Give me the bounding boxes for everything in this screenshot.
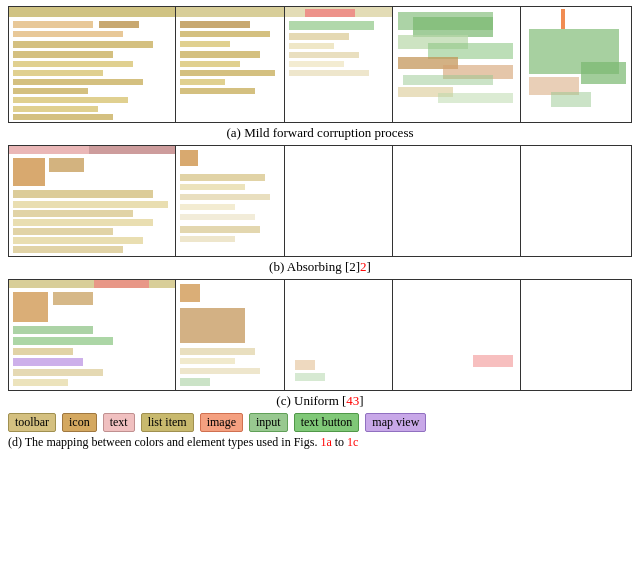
footer-text: (d) The mapping between colors and eleme… (8, 435, 320, 449)
footer-link2: 1c (347, 435, 358, 449)
cell-c5 (521, 280, 631, 390)
legend-map-view-label: map view (372, 415, 419, 430)
legend-text-button: text button (294, 413, 360, 432)
cell-b3 (285, 146, 393, 256)
footer-middle: to (332, 435, 347, 449)
legend-icon-label: icon (69, 415, 90, 430)
caption-c: (c) Uniform [43] (8, 393, 632, 409)
cell-c4 (393, 280, 521, 390)
legend-input: input (249, 413, 288, 432)
cell-c3 (285, 280, 393, 390)
legend-text-button-label: text button (301, 415, 353, 430)
caption-b: (b) Absorbing [2]2] (8, 259, 632, 275)
section-b: (b) Absorbing [2]2] (8, 145, 632, 275)
footer-link1: 1a (320, 435, 331, 449)
cell-a4 (393, 7, 521, 122)
legend-map-view: map view (365, 413, 426, 432)
cell-c1 (9, 280, 176, 390)
footer: (d) The mapping between colors and eleme… (8, 435, 632, 450)
legend-image: image (200, 413, 243, 432)
caption-a: (a) Mild forward corruption process (8, 125, 632, 141)
legend-text-label: text (110, 415, 128, 430)
cell-a5 (521, 7, 631, 122)
section-c: (c) Uniform [43] (8, 279, 632, 409)
section-b-grid (8, 145, 632, 257)
main-container: (a) Mild forward corruption process (0, 0, 640, 454)
legend-toolbar: toolbar (8, 413, 56, 432)
section-c-grid (8, 279, 632, 391)
cell-b1 (9, 146, 176, 256)
legend-toolbar-label: toolbar (15, 415, 49, 430)
cell-b4 (393, 146, 521, 256)
legend-list-item-label: list item (148, 415, 187, 430)
cell-a3 (285, 7, 393, 122)
cell-b2 (176, 146, 284, 256)
legend-list-item: list item (141, 413, 194, 432)
cell-b5 (521, 146, 631, 256)
legend-text: text (103, 413, 135, 432)
legend: toolbar icon text list item image input … (8, 413, 632, 432)
section-a: (a) Mild forward corruption process (8, 6, 632, 141)
legend-icon: icon (62, 413, 97, 432)
legend-input-label: input (256, 415, 281, 430)
legend-image-label: image (207, 415, 236, 430)
cell-a1 (9, 7, 176, 122)
cell-c2 (176, 280, 284, 390)
section-a-grid (8, 6, 632, 123)
cell-a2 (176, 7, 284, 122)
